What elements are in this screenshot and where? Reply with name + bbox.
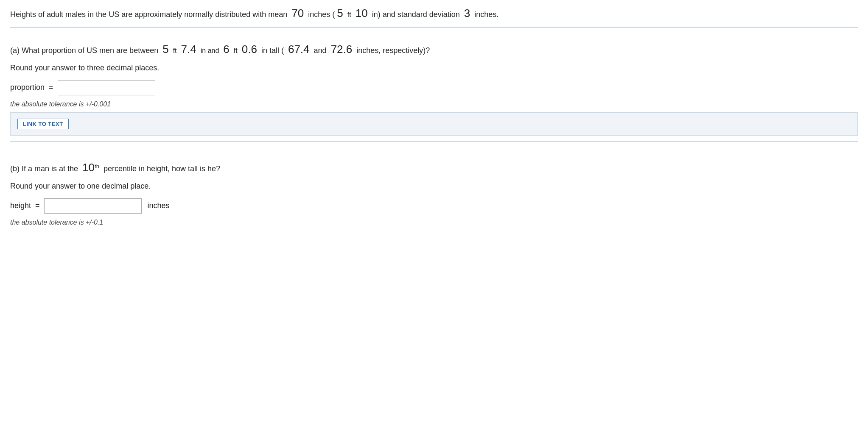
part-a-input[interactable] (58, 80, 155, 95)
part-b-equals: = (35, 201, 40, 210)
part-a-val1: 67.4 (288, 43, 310, 56)
part-b-percentile-base: 10 (82, 161, 95, 174)
part-a-in2: 0.6 (242, 43, 257, 56)
part-a-link-to-text-button[interactable]: LINK TO TEXT (17, 119, 69, 129)
mean-value: 70 (291, 7, 304, 19)
part-a-round-note: Round your answer to three decimal place… (10, 64, 858, 72)
part-a-question: (a) What proportion of US men are betwee… (10, 39, 858, 59)
part-a-link-section: LINK TO TEXT (10, 112, 858, 136)
part-a-tall-label: in tall ( (261, 46, 284, 55)
part-a-in1: 7.4 (181, 43, 196, 56)
part-a-equals: = (49, 83, 53, 92)
part-b-question: (b) If a man is at the 10th percentile i… (10, 158, 858, 178)
intro-section: Heights of adult males in the US are app… (10, 0, 858, 28)
mean-ft: 5 (337, 7, 343, 19)
part-a-and-label: and (314, 46, 327, 55)
page-container: Heights of adult males in the US are app… (0, 0, 868, 236)
part-b-tolerance: the absolute tolerance is +/-0.1 (10, 219, 858, 226)
part-a-val2: 72.6 (331, 43, 353, 56)
intro-text: Heights of adult males in the US are app… (10, 5, 858, 22)
std-unit: inches. (474, 10, 498, 19)
part-b-percentile-sup: th (95, 163, 99, 170)
part-a-ft1: 5 (162, 43, 168, 56)
part-b-section: (b) If a man is at the 10th percentile i… (10, 146, 858, 236)
part-b-prefix: (b) If a man is at the (10, 164, 78, 173)
part-a-section: (a) What proportion of US men are betwee… (10, 28, 858, 142)
part-a-prefix: (a) What proportion of US men are betwee… (10, 46, 158, 55)
part-a-answer-label: proportion (10, 83, 45, 92)
part-b-round-note: Round your answer to one decimal place. (10, 182, 858, 191)
ft-label: ft (347, 11, 351, 18)
part-b-answer-label: height (10, 201, 31, 210)
part-b-answer-row: height = inches (10, 198, 858, 214)
mean-unit: inches ( (308, 10, 335, 19)
part-b-suffix: percentile in height, how tall is he? (104, 164, 220, 173)
part-a-in-label1: in and (201, 47, 219, 54)
part-a-ft-label2: ft (234, 47, 238, 54)
in-label: in) and standard deviation (372, 10, 460, 19)
part-a-suffix: inches, respectively)? (356, 46, 430, 55)
part-a-tolerance: the absolute tolerance is +/-0.001 (10, 100, 858, 108)
part-b-inches-suffix: inches (148, 201, 170, 210)
intro-text-before-mean: Heights of adult males in the US are app… (10, 10, 287, 19)
part-b-input[interactable] (44, 198, 142, 214)
part-a-ft2: 6 (223, 43, 229, 56)
part-a-ft-label1: ft (173, 47, 177, 54)
part-a-answer-row: proportion = (10, 80, 858, 95)
mean-in: 10 (356, 7, 368, 19)
std-value: 3 (464, 7, 470, 19)
